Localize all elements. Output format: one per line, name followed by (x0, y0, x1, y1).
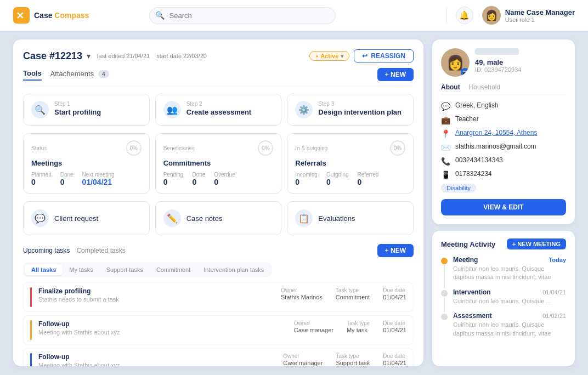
new-button[interactable]: + NEW (377, 68, 414, 81)
list-item[interactable]: Intervention 01/04/21 Cuiribitur non leo… (441, 288, 566, 312)
avatar: 👩 (482, 6, 501, 25)
filter-all-tasks[interactable]: All tasks (25, 264, 63, 275)
profile-email-row: ✉️ stathis.marinos@gmail.com (441, 143, 566, 152)
stat-circle-2: 0% (390, 140, 405, 156)
user-role: User role 1 (505, 16, 575, 23)
attachements-badge: 4 (98, 70, 109, 78)
stat-title-0: Meetings (31, 159, 142, 167)
profile-tabs: About Household (441, 83, 566, 95)
action-label-2: Evaluations (318, 214, 355, 223)
filter-intervention-plan[interactable]: Intervention plan tasks (197, 264, 270, 275)
new-meeting-button[interactable]: + NEW MEETING (507, 238, 566, 249)
upcoming-tasks-tab[interactable]: Upcoming tasks (23, 247, 70, 254)
logo-text: Case Compass (34, 11, 89, 20)
stat-meetings: Status 0% Meetings Planned 0 Done 0 Next… (23, 133, 150, 194)
task-subtitle-2: Meeting with Stathis about xyz (38, 362, 276, 366)
stat-referrals: In & outgoing 0% Referrals Incoming 0 Ou… (287, 133, 414, 194)
completed-tasks-tab[interactable]: Completed tasks (76, 247, 125, 254)
search-container: 🔍 (149, 7, 336, 24)
step-label-0: Step 1 (54, 101, 142, 107)
meeting-date-1: 01/04/21 (542, 289, 566, 296)
evaluations-icon: 📋 (295, 209, 313, 227)
nav-divider (446, 7, 447, 24)
profile-avatar: 👩 📷 (441, 48, 470, 77)
svg-text:✕: ✕ (16, 10, 24, 21)
mobile-icon: 📱 (441, 171, 451, 179)
tab-attachements[interactable]: Attachements 4 (50, 70, 109, 80)
profile-card: 👩 📷 49, male ID: 02394720934 About House… (432, 39, 575, 224)
profile-language-row: 💬 Greek, English (441, 101, 566, 111)
table-row[interactable]: Follow-up Meeting with Stathis about xyz… (23, 315, 414, 345)
view-edit-button[interactable]: VIEW & EDIT (441, 199, 566, 215)
profile-language: Greek, English (455, 101, 499, 109)
stat-circle-0: 0% (126, 140, 142, 156)
main-layout: Case #12213 ▾ last edited 21/04/21 start… (0, 31, 588, 375)
action-client-request[interactable]: 💬 Client request (23, 201, 150, 235)
table-row[interactable]: Follow-up Meeting with Stathis about xyz… (23, 348, 414, 366)
action-label-1: Case notes (186, 214, 223, 223)
case-dropdown-icon[interactable]: ▾ (87, 52, 91, 60)
meeting-desc-0: Cuiribitur non leo mauris. Quisque dapib… (453, 265, 566, 282)
notifications-button[interactable]: 🔔 (456, 7, 473, 24)
profile-disability-tag: Disability (441, 184, 476, 192)
profile-tab-about[interactable]: About (441, 83, 460, 91)
status-dropdown-icon: ▾ (341, 53, 343, 59)
step-title-0: Start profiling (54, 108, 142, 116)
action-evaluations[interactable]: 📋 Evaluations (287, 201, 414, 235)
action-label-0: Client request (54, 214, 98, 223)
case-number: Case #12213 (23, 50, 82, 62)
case-last-edited: last edited 21/04/21 (97, 53, 150, 59)
stats-row: Status 0% Meetings Planned 0 Done 0 Next… (23, 133, 414, 194)
profile-address[interactable]: Anargron 24, 10554, Athens (455, 129, 537, 137)
camera-icon[interactable]: 📷 (461, 68, 470, 77)
profile-phone1-row: 📞 0032434134343 (441, 156, 566, 166)
step-card-1[interactable]: 👥 Step 2 Create assessment (155, 94, 282, 126)
phone-icon: 📞 (441, 157, 451, 166)
table-row[interactable]: Finalize profiling Stathis needs to subm… (23, 282, 414, 312)
filter-my-tasks[interactable]: My tasks (63, 264, 99, 275)
meeting-activity-title: Meeting Activity (441, 240, 495, 248)
step-card-2[interactable]: ⚙️ Step 3 Design intervention plan (287, 94, 414, 126)
profile-id: ID: 02394720934 (475, 66, 566, 73)
timeline-line-0 (444, 265, 445, 288)
action-case-notes[interactable]: ✏️ Case notes (155, 201, 282, 235)
step-label-2: Step 3 (318, 101, 405, 107)
list-item[interactable]: Assessment 01/02/21 Cuiribitur non leo m… (441, 312, 566, 338)
step-card-0[interactable]: 🔍 Step 1 Start profiling (23, 94, 150, 126)
task-subtitle-0: Stathis needs to submit a task (38, 296, 274, 303)
search-input[interactable] (149, 7, 336, 24)
status-badge[interactable]: Active ▾ (309, 51, 349, 61)
task-title-2: Follow-up (38, 353, 276, 361)
task-owner-2: Case manager (283, 360, 323, 366)
topnav: ✕ Case Compass 🔍 🔔 👩 Name Case Manager U… (0, 0, 588, 31)
user-info[interactable]: 👩 Name Case Manager User role 1 (482, 6, 575, 25)
task-type-2: Support task (336, 360, 370, 366)
task-date-0: 01/04/21 (383, 294, 406, 300)
task-date-1: 01/04/21 (383, 327, 406, 333)
tab-tools[interactable]: Tools (23, 69, 42, 81)
reassign-button[interactable]: ↩ REASSIGN (354, 49, 414, 63)
list-item[interactable]: Meeting Today Cuiribitur non leo mauris.… (441, 256, 566, 288)
timeline-line-1 (444, 297, 445, 312)
profile-age: 49, male (475, 58, 566, 66)
meeting-dot-0 (441, 258, 448, 264)
client-request-icon: 💬 (31, 209, 49, 227)
steps-row: 🔍 Step 1 Start profiling 👥 Step 2 Create… (23, 94, 414, 126)
email-icon: ✉️ (441, 143, 451, 152)
tasks-new-button[interactable]: + NEW (377, 244, 414, 257)
task-type-0: Commitment (336, 294, 370, 300)
profile-phone2-row: 📱 0178324234 (441, 170, 566, 179)
profile-address-row: 📍 Anargron 24, 10554, Athens (441, 129, 566, 138)
case-status: Active ▾ ↩ REASSIGN (309, 49, 414, 63)
filter-commitment[interactable]: Commitment (150, 264, 197, 275)
profile-tab-household[interactable]: Household (469, 83, 500, 91)
logo[interactable]: ✕ Case Compass (13, 7, 89, 24)
meeting-desc-1: Cuiribitur non leo mauris. Quisque ... (453, 297, 566, 305)
meeting-desc-2: Cuiribitur non leo mauris. Quisque dapib… (453, 321, 566, 338)
step-title-2: Design intervention plan (318, 108, 405, 116)
stat-title-2: Referrals (295, 159, 405, 167)
filter-support-tasks[interactable]: Support tasks (100, 264, 150, 275)
profile-phone2: 0178324234 (455, 170, 492, 178)
profile-details: 💬 Greek, English 💼 Teacher 📍 Anargron 24… (441, 101, 566, 179)
stat-circle-1: 0% (258, 140, 273, 156)
